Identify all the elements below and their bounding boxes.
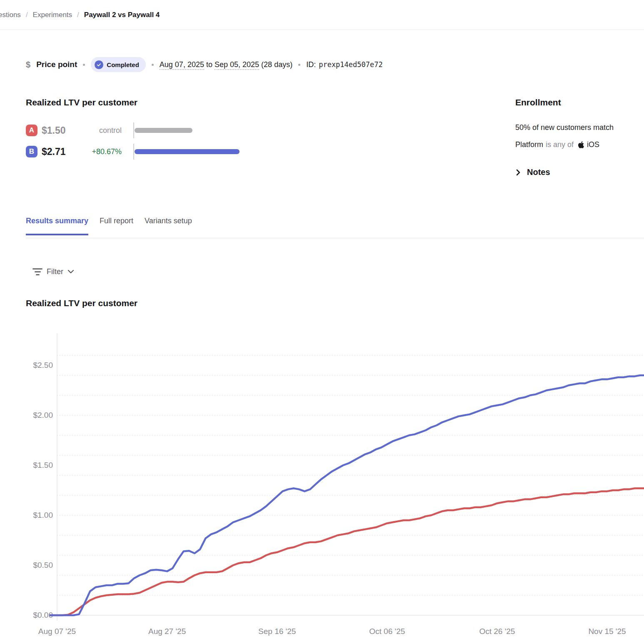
enrollment-rule-1: 50% of new customers match <box>515 123 644 132</box>
chart-title: Realized LTV per customer <box>26 297 137 309</box>
start-date[interactable]: Aug 07, 2025 <box>160 60 204 70</box>
id-label: ID: <box>306 60 316 69</box>
variant-b-bar[interactable] <box>135 149 240 154</box>
svg-text:Aug 27 '25: Aug 27 '25 <box>148 627 186 636</box>
clipped-page-title: Paywall 2 vs Paywall 4 <box>26 30 317 33</box>
svg-text:Aug 07 '25: Aug 07 '25 <box>38 627 76 636</box>
enrollment-operator: is any of <box>546 140 574 149</box>
status-badge-label: Completed <box>107 61 139 68</box>
variant-a-badge: A <box>26 125 37 136</box>
dot-separator <box>152 64 154 66</box>
dot-separator <box>298 64 300 66</box>
dot-separator <box>83 64 85 66</box>
svg-text:Nov 15 '25: Nov 15 '25 <box>588 627 626 636</box>
date-duration: (28 days) <box>261 60 292 69</box>
enrollment-title: Enrollment <box>515 97 644 108</box>
svg-text:Sep 16 '25: Sep 16 '25 <box>258 627 296 636</box>
variant-a-bar-track <box>133 122 476 138</box>
variant-a-value: $1.50 <box>42 125 80 136</box>
apple-icon <box>578 141 584 149</box>
breadcrumb-separator: / <box>26 11 28 19</box>
svg-text:Oct 06 '25: Oct 06 '25 <box>369 627 405 636</box>
variant-a-bar[interactable] <box>135 128 192 133</box>
breadcrumb: estions / Experiments / Paywall 2 vs Pay… <box>0 11 160 19</box>
breadcrumb-item-clipped[interactable]: estions <box>0 11 21 19</box>
enrollment-rule-2: Platform is any of iOS <box>515 140 644 149</box>
variant-b-badge: B <box>26 146 37 157</box>
filter-dropdown[interactable]: Filter <box>32 265 74 278</box>
enrollment-platform-value: iOS <box>587 140 599 149</box>
top-bar: estions / Experiments / Paywall 2 vs Pay… <box>0 0 644 30</box>
variant-row-b: B $2.71 +80.67% <box>26 144 476 160</box>
experiment-meta-row: $ Price point Completed Aug 07, 2025 to … <box>26 56 383 73</box>
breadcrumb-item-experiments[interactable]: Experiments <box>33 11 72 19</box>
ltv-chart-svg[interactable]: $0.00$0.50$1.00$1.50$2.00$2.50Aug 07 '25… <box>0 324 644 644</box>
svg-text:$0.50: $0.50 <box>33 561 53 569</box>
filter-label: Filter <box>47 267 63 276</box>
variant-rows: A $1.50 control B $2.71 +80.67% <box>26 122 476 160</box>
notes-toggle[interactable]: Notes <box>515 167 644 177</box>
svg-text:$1.50: $1.50 <box>33 461 53 469</box>
svg-text:$2.00: $2.00 <box>33 411 53 419</box>
check-icon <box>95 60 103 69</box>
notes-label: Notes <box>527 167 550 177</box>
enrollment-section: Enrollment 50% of new customers match Pl… <box>515 97 644 177</box>
filter-icon <box>32 268 42 275</box>
svg-text:Oct 26 '25: Oct 26 '25 <box>479 627 515 636</box>
tab-bar: Results summary Full report Variants set… <box>0 217 644 239</box>
status-badge: Completed <box>91 57 146 72</box>
results-summary-section: Realized LTV per customer A $1.50 contro… <box>26 97 476 165</box>
id-value: prexp14ed507e72 <box>319 60 383 69</box>
tab-full-report[interactable]: Full report <box>100 217 133 235</box>
tab-bar-divider <box>26 238 644 238</box>
breadcrumb-separator: / <box>77 11 79 19</box>
summary-title: Realized LTV per customer <box>26 97 476 108</box>
tab-variants-setup[interactable]: Variants setup <box>145 217 192 235</box>
end-date[interactable]: Sep 05, 2025 <box>215 60 259 70</box>
tab-results-summary[interactable]: Results summary <box>26 217 88 235</box>
svg-text:$1.00: $1.00 <box>33 511 53 519</box>
enrollment-attribute: Platform <box>515 140 543 149</box>
price-point-icon: $ <box>26 60 30 70</box>
breadcrumb-item-current: Paywall 2 vs Paywall 4 <box>84 11 160 19</box>
experiment-id: ID: prexp14ed507e72 <box>306 60 383 69</box>
variant-b-delta: +80.67% <box>80 147 133 156</box>
variant-a-label: control <box>80 126 133 135</box>
experiment-type-label: Price point <box>36 60 77 69</box>
svg-text:$2.50: $2.50 <box>33 361 53 369</box>
chevron-down-icon <box>67 270 74 274</box>
date-range: Aug 07, 2025 to Sep 05, 2025 (28 days) <box>160 60 292 69</box>
variant-row-a: A $1.50 control <box>26 122 476 138</box>
variant-b-value: $2.71 <box>42 146 80 157</box>
ltv-chart[interactable]: $0.00$0.50$1.00$1.50$2.00$2.50Aug 07 '25… <box>0 324 644 644</box>
chevron-right-icon <box>515 169 521 176</box>
date-to-word: to <box>206 60 212 69</box>
variant-b-bar-track <box>133 144 476 160</box>
